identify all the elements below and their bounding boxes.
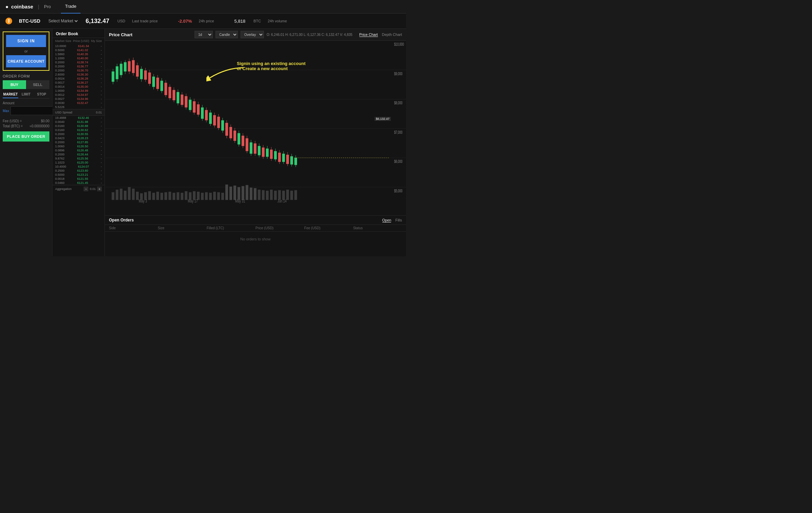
svg-rect-122 <box>185 191 187 200</box>
sell-tab[interactable]: SELL <box>26 80 49 89</box>
bid-row: 0.04236128.23- <box>52 136 105 140</box>
ask-size: 0.0012 <box>55 93 65 97</box>
bid-size: 0.2000 <box>55 141 65 144</box>
bid-row: 0.20006127.85- <box>52 140 105 144</box>
create-account-button[interactable]: CREATE ACCOUNT <box>6 55 46 67</box>
bid-mysize: - <box>101 157 102 160</box>
bid-price: 6123.21 <box>77 173 88 176</box>
bid-mysize: - <box>101 124 102 128</box>
ask-row: 2.60006136.30- <box>52 72 105 77</box>
bid-price: 6128.23 <box>77 136 88 140</box>
ask-row: 1.58606140.35- <box>52 52 105 56</box>
bid-price: 6130.55 <box>77 132 88 136</box>
stop-tab[interactable]: STOP <box>34 91 49 98</box>
chart-type-select[interactable]: CandleLine <box>216 31 238 38</box>
order-book-columns: Market Size Price (USD) My Size <box>52 38 105 44</box>
candle-chart-svg: $10,000 $9,000 $8,000 $7,000 $6,000 $5,0… <box>105 41 406 215</box>
logo-pro: Pro <box>44 4 51 9</box>
svg-rect-114 <box>152 193 155 200</box>
bid-row: 0.50006123.21- <box>52 173 105 177</box>
max-link[interactable]: Max <box>3 109 10 113</box>
ask-row: 0.20006136.77- <box>52 64 105 68</box>
ask-row: 0.00146135.00- <box>52 85 105 89</box>
ask-size: 1.0000 <box>55 89 65 92</box>
limit-tab[interactable]: LIMIT <box>18 91 34 98</box>
timeframe-select[interactable]: 1d1h15m <box>195 31 213 38</box>
svg-text:$5,000: $5,000 <box>394 189 403 193</box>
tab-price-chart[interactable]: Price Chart <box>359 33 378 37</box>
bid-row: 0.04606121.45- <box>52 181 105 185</box>
col-price-usd: Price (USD) <box>73 39 89 43</box>
svg-rect-139 <box>254 188 256 200</box>
aggregation-plus-button[interactable]: + <box>97 187 102 191</box>
ticker-bar: ₿ BTC-USD Select Market 6,132.47 USD Las… <box>0 14 406 29</box>
market-tab[interactable]: MARKET <box>3 91 18 98</box>
bid-row: 0.00406131.98- <box>52 120 105 124</box>
order-type-tabs: MARKET LIMIT STOP <box>3 91 49 99</box>
bid-size: 19.4888 <box>55 116 66 120</box>
bid-row: 0.08966126.48- <box>52 148 105 152</box>
select-market[interactable]: Select Market <box>47 18 79 24</box>
tab-open[interactable]: Open <box>382 218 391 222</box>
place-order-button[interactable]: PLACE BUY ORDER <box>3 131 49 142</box>
buy-tab[interactable]: BUY <box>3 80 26 89</box>
logo-coin-icon: ● <box>5 4 8 9</box>
svg-rect-133 <box>229 187 232 200</box>
svg-rect-142 <box>266 191 269 200</box>
top-nav: ● coinbase | Pro Trade <box>0 0 406 14</box>
svg-rect-138 <box>250 188 252 200</box>
aggregation-label: Aggregation <box>55 187 72 191</box>
svg-rect-104 <box>112 192 114 200</box>
no-orders-text: No orders to show <box>105 232 406 247</box>
sign-in-box: SIGN IN or CREATE ACCOUNT <box>3 31 49 71</box>
order-form-title: Order Form <box>3 71 49 80</box>
tab-trade[interactable]: Trade <box>61 0 80 14</box>
ask-row: 1.00006134.99- <box>52 89 105 93</box>
ask-size: 13.0000 <box>55 44 66 48</box>
ask-mysize: - <box>101 61 102 64</box>
svg-rect-116 <box>160 193 163 200</box>
bid-price: 6131.98 <box>77 120 88 124</box>
amount-label: Amount <box>3 101 49 105</box>
ask-row: 0.00126134.97- <box>52 93 105 97</box>
svg-rect-140 <box>258 190 261 200</box>
ticker-volume: 5,818 <box>234 19 246 24</box>
order-book-title: Order Book <box>56 31 78 36</box>
ask-mysize: - <box>101 69 102 72</box>
ask-price: 6135.00 <box>77 85 88 88</box>
svg-text:Jun 14: Jun 14 <box>277 198 287 203</box>
or-text: or <box>6 47 46 55</box>
last-trade-label: Last trade price <box>132 19 158 23</box>
sign-in-button[interactable]: SIGN IN <box>6 35 46 47</box>
bid-row: 0.20006130.55- <box>52 132 105 136</box>
svg-text:May 3: May 3 <box>139 198 147 203</box>
ask-size: 0.2000 <box>55 65 65 68</box>
svg-rect-126 <box>201 193 204 200</box>
svg-rect-106 <box>120 189 122 200</box>
col-fee: Fee (USD) <box>304 226 353 230</box>
bid-size: 0.0460 <box>55 181 65 185</box>
ask-row: 13.00006141.34- <box>52 44 105 48</box>
fee-row: Fee (USD) = $0.00 <box>3 119 49 124</box>
bid-size: 0.0160 <box>55 124 65 128</box>
total-row: Total (BTC) = ≈0.00000000 <box>3 124 49 129</box>
ask-price: 6136.70 <box>77 69 88 72</box>
ask-row: 1.10006140.00- <box>52 56 105 60</box>
overlay-select[interactable]: Overlay <box>241 31 264 38</box>
svg-rect-107 <box>124 191 127 200</box>
aggregation-minus-button[interactable]: − <box>84 187 88 191</box>
bid-mysize: - <box>101 177 102 180</box>
btc-icon: ₿ <box>5 18 12 24</box>
ask-size: 0.0024 <box>55 77 65 80</box>
svg-rect-135 <box>238 187 240 200</box>
tab-depth-chart[interactable]: Depth Chart <box>382 33 402 37</box>
tab-fills[interactable]: Fills <box>395 218 402 222</box>
order-book-header: Order Book <box>52 29 105 38</box>
bid-mysize: - <box>101 165 102 168</box>
open-orders-header: Open Orders Open Fills <box>105 216 406 225</box>
volume-label: 24h volume <box>268 19 287 23</box>
ask-price: 6134.99 <box>77 89 88 92</box>
ask-row: 0.50006141.02- <box>52 48 105 52</box>
svg-rect-108 <box>128 187 131 200</box>
ask-size: 1.1000 <box>55 57 65 60</box>
